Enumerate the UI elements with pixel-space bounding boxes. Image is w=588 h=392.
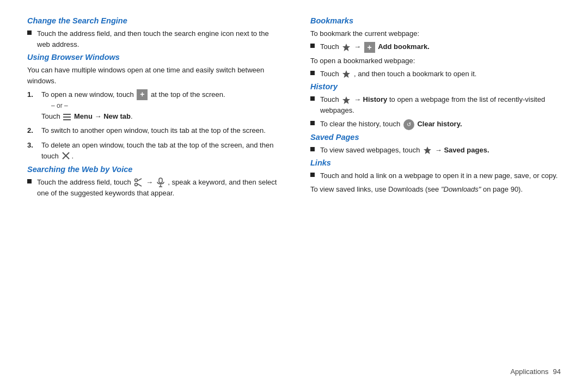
bullet-icon [27,179,32,183]
section-searching-web-by-voice: Searching the Web by Voice Touch the add… [27,165,278,199]
list-item: To clear the history, touch ↺ Clear hist… [310,119,561,130]
saved-pages-label: Saved pages. [444,146,489,154]
bullet-icon [310,147,315,151]
bookmarks-list-1: Touch → + Add bookmark. [310,41,561,53]
page: Change the Search Engine Touch the addre… [0,0,588,392]
change-search-engine-title: Change the Search Engine [27,16,278,25]
svg-marker-10 [342,70,350,78]
svg-line-4 [137,179,142,181]
bullet-text: Touch → History to open a webpage from t… [320,94,561,116]
svg-marker-9 [342,44,350,51]
browser-windows-list: 1. To open a new window, touch + at the … [27,89,278,162]
list-item: Touch → History to open a webpage from t… [310,94,561,116]
star-icon-2 [342,70,351,78]
list-item: 3. To delete an open window, touch the t… [27,140,278,162]
star-icon-1 [342,43,351,52]
svg-rect-6 [159,178,162,183]
list-item: Touch and hold a link on a webpage to op… [310,170,561,181]
content-columns: Change the Search Engine Touch the addre… [27,16,561,362]
num-label: 2. [27,125,37,136]
bullet-text: Touch the address field, touch → [37,177,278,199]
links-body-2: To view saved links, use Downloads (see … [310,184,561,195]
bullet-text: Touch , and then touch a bookmark to ope… [320,69,476,79]
searching-web-list: Touch the address field, touch → [27,177,278,199]
or-line: – or – [51,102,68,109]
section-change-search-engine: Change the Search Engine Touch the addre… [27,16,278,50]
bullet-text: Touch and hold a link on a webpage to op… [320,170,558,181]
bookmarks-list-2: Touch , and then touch a bookmark to ope… [310,69,561,79]
saved-pages-title: Saved Pages [310,133,561,142]
num-label: 3. [27,140,37,151]
scissors-icon [134,178,143,187]
list-item: Touch , and then touch a bookmark to ope… [310,69,561,79]
mic-icon [156,177,165,187]
bookmarks-title: Bookmarks [310,16,561,25]
links-title: Links [310,158,561,167]
add-bookmark-icon: + [364,42,375,53]
history-label-text: History [363,95,388,103]
num-text: To switch to another open window, touch … [41,125,266,136]
list-item: To view saved webpages, touch → Saved pa… [310,145,561,156]
num-label: 1. [27,89,37,100]
menu-label: Menu [74,112,93,120]
history-list: Touch → History to open a webpage from t… [310,94,561,130]
using-browser-windows-title: Using Browser Windows [27,53,278,62]
menu-lines-icon [63,114,71,120]
list-item: Touch the address field, touch → [27,177,278,199]
section-history: History Touch → History [310,82,561,130]
bullet-icon [310,173,315,177]
list-item: Touch the address field, and then touch … [27,28,278,50]
arrow-1: → [95,112,104,120]
section-saved-pages: Saved Pages To view saved webpages, touc… [310,133,561,156]
svg-line-5 [137,184,142,187]
footer-label: Applications [510,367,548,376]
clear-history-label: Clear history. [417,120,462,128]
footer-page-number: 94 [553,367,561,376]
arrow-bookmark-1: → [354,42,363,51]
history-title: History [310,82,561,91]
menu-icon [62,114,72,120]
links-list: Touch and hold a link on a webpage to op… [310,170,561,181]
bullet-icon [310,121,315,125]
bullet-icon [310,44,315,48]
arrow-saved: → [435,146,444,154]
left-column: Change the Search Engine Touch the addre… [27,16,299,362]
bullet-icon [310,96,315,101]
bookmarks-intro-1: To bookmark the current webpage: [310,28,561,39]
change-search-engine-list: Touch the address field, and then touch … [27,28,278,50]
saved-pages-list: To view saved webpages, touch → Saved pa… [310,145,561,156]
svg-point-3 [135,183,138,186]
bullet-icon [310,71,315,75]
star-icon-4 [423,146,432,155]
svg-marker-11 [342,96,350,104]
svg-marker-12 [424,146,431,154]
searching-web-title: Searching the Web by Voice [27,165,278,174]
clear-history-icon: ↺ [403,119,414,130]
num-text: To open a new window, touch + at the top… [41,89,225,122]
section-using-browser-windows: Using Browser Windows You can have multi… [27,53,278,162]
bullet-text: Touch → + Add bookmark. [320,41,430,53]
browser-windows-intro: You can have multiple windows open at on… [27,65,278,87]
bookmarks-intro-2: To open a bookmarked webpage: [310,56,561,66]
list-item: Touch → + Add bookmark. [310,41,561,53]
new-tab-label: New tab [103,112,131,120]
footer: Applications 94 [27,362,561,376]
arrow-history-1: → [354,95,363,103]
right-column: Bookmarks To bookmark the current webpag… [299,16,561,362]
section-bookmarks: Bookmarks To bookmark the current webpag… [310,16,561,79]
bullet-text: To clear the history, touch ↺ Clear hist… [320,119,462,130]
x-icon [62,151,70,160]
list-item: 2. To switch to another open window, tou… [27,125,278,136]
bullet-text: To view saved webpages, touch → Saved pa… [320,145,489,156]
bullet-icon [27,30,32,35]
num-text: To delete an open window, touch the tab … [41,140,278,162]
star-icon-3 [342,96,351,105]
plus-icon: + [137,89,148,100]
list-item: 1. To open a new window, touch + at the … [27,89,278,122]
svg-point-2 [135,179,138,182]
section-links: Links Touch and hold a link on a webpage… [310,158,561,195]
arrow-scissors: → [146,178,155,186]
bullet-text: Touch the address field, and then touch … [37,28,278,50]
add-bookmark-label: Add bookmark. [378,42,430,51]
